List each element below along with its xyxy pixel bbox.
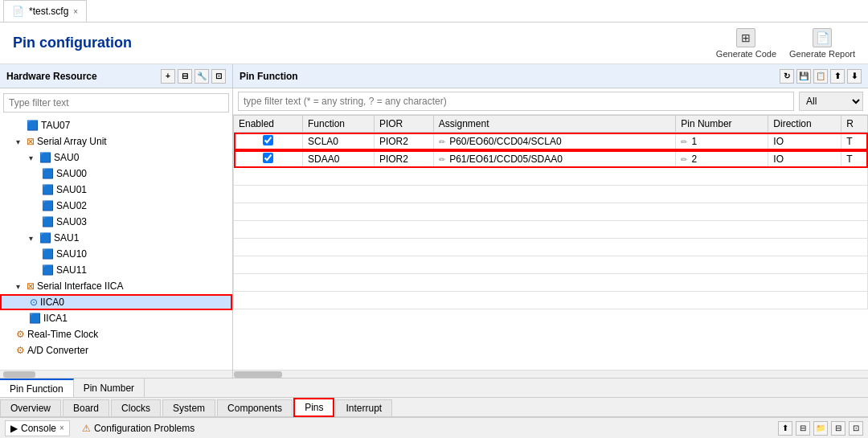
- generate-report-label: Generate Report: [789, 49, 855, 59]
- row1-pior: PIOR2: [374, 133, 433, 150]
- console-status[interactable]: ▶ Console ×: [5, 420, 70, 436]
- table-row[interactable]: SCLA0 PIOR2 ✏ P60/EO60/CCD04/SCLA0 ✏ 1 I…: [234, 133, 868, 150]
- sau11-label: SAU11: [56, 264, 87, 276]
- page-title: Pin configuration: [13, 35, 132, 51]
- filter-select[interactable]: All Enabled Disabled: [799, 92, 863, 111]
- status-actions: ⬆ ⊟ 📁 ⊟ ⊡: [778, 421, 863, 436]
- col-assignment: Assignment: [433, 116, 675, 133]
- tree-node-sau1[interactable]: ▾ 🟦 SAU1: [0, 230, 232, 246]
- tab-clocks[interactable]: Clocks: [111, 399, 161, 416]
- save-button[interactable]: 💾: [796, 69, 811, 84]
- remove-button[interactable]: ⊟: [178, 69, 192, 84]
- tree-node-sau10[interactable]: 🟦 SAU10: [0, 246, 232, 262]
- sau02-label: SAU02: [56, 200, 87, 211]
- left-filter-input[interactable]: [3, 93, 229, 113]
- sau00-icon: 🟦: [42, 168, 54, 179]
- status-btn-5[interactable]: ⊡: [849, 421, 863, 436]
- pin-function-table-container: Enabled Function PIOR Assignment Pin Num…: [233, 115, 868, 370]
- table-row-empty: [234, 186, 868, 203]
- right-panel: Pin Function ↻ 💾 📋 ⬆ ⬇ All Enabled Disab…: [233, 64, 868, 378]
- down-button[interactable]: ⬇: [847, 69, 862, 84]
- tree-node-tau07[interactable]: 🟦 TAU07: [0, 117, 232, 133]
- row2-enabled[interactable]: [234, 150, 303, 168]
- rtc-icon: ⚙: [16, 329, 25, 340]
- tree-node-sau11[interactable]: 🟦 SAU11: [0, 262, 232, 278]
- tab-overview[interactable]: Overview: [0, 399, 61, 416]
- row1-enabled[interactable]: [234, 133, 303, 150]
- scrollbar-thumb[interactable]: [234, 371, 282, 378]
- file-tab[interactable]: 📄 *test.scfg ×: [3, 0, 87, 22]
- tree-node-iica1[interactable]: 🟦 IICA1: [0, 310, 232, 326]
- tree-node-sau00[interactable]: 🟦 SAU00: [0, 166, 232, 182]
- table-row-empty: [234, 292, 868, 309]
- refresh-button[interactable]: ↻: [780, 69, 794, 84]
- sau02-icon: 🟦: [42, 200, 54, 211]
- generate-code-label: Generate Code: [716, 49, 776, 59]
- right-scrollbar-h[interactable]: [233, 370, 868, 378]
- row2-assignment: ✏ P61/EO61/CCD05/SDAA0: [433, 150, 675, 168]
- status-btn-1[interactable]: ⬆: [778, 421, 792, 436]
- row1-assignment: ✏ P60/EO60/CCD04/SCLA0: [433, 133, 675, 150]
- col-enabled: Enabled: [234, 116, 303, 133]
- sau11-icon: 🟦: [42, 264, 54, 276]
- tree-node-serial-iica[interactable]: ▾ ⊠ Serial Interface IICA: [0, 278, 232, 294]
- tree-node-sau02[interactable]: 🟦 SAU02: [0, 198, 232, 214]
- tau07-label: TAU07: [41, 120, 70, 131]
- header-actions: ⊞ Generate Code 📄 Generate Report: [716, 28, 855, 59]
- up-button[interactable]: ⬆: [830, 69, 845, 84]
- status-btn-4[interactable]: ⊟: [831, 421, 845, 436]
- tree-node-serial-array-unit[interactable]: ▾ ⊠ Serial Array Unit: [0, 133, 232, 149]
- more-button[interactable]: ⊡: [211, 69, 226, 84]
- status-btn-2[interactable]: ⊟: [796, 421, 810, 436]
- sau03-label: SAU03: [56, 216, 87, 227]
- row1-r: T: [841, 133, 868, 150]
- copy-button[interactable]: 📋: [813, 69, 828, 84]
- row1-checkbox[interactable]: [263, 135, 273, 145]
- tab-components[interactable]: Components: [217, 399, 293, 416]
- config-problems-icon: ⚠: [82, 423, 91, 434]
- serial-iica-icon: ⊠: [27, 280, 35, 292]
- tree-node-sau0[interactable]: ▾ 🟦 SAU0: [0, 149, 232, 166]
- hardware-tree: 🟦 TAU07 ▾ ⊠ Serial Array Unit ▾ 🟦 SAU0 🟦…: [0, 117, 232, 370]
- sau1-label: SAU1: [54, 232, 79, 244]
- tab-interrupt[interactable]: Interrupt: [335, 399, 392, 416]
- tree-node-adc[interactable]: ⚙ A/D Converter: [0, 342, 232, 358]
- tab-pin-function[interactable]: Pin Function: [0, 379, 74, 397]
- row2-function: SDAA0: [302, 150, 374, 168]
- tree-node-sau03[interactable]: 🟦 SAU03: [0, 214, 232, 230]
- sau03-icon: 🟦: [42, 216, 54, 227]
- row2-r: T: [841, 150, 868, 168]
- config-button[interactable]: 🔧: [194, 69, 209, 84]
- iica1-icon: 🟦: [29, 313, 41, 324]
- tab-close-button[interactable]: ×: [73, 7, 78, 16]
- tab-system[interactable]: System: [162, 399, 215, 416]
- col-direction: Direction: [768, 116, 841, 133]
- status-bar: ▶ Console × ⚠ Configuration Problems ⬆ ⊟…: [0, 417, 868, 438]
- tab-board[interactable]: Board: [63, 399, 109, 416]
- right-filter-input[interactable]: [238, 92, 794, 111]
- table-row[interactable]: SDAA0 PIOR2 ✏ P61/EO61/CCD05/SDAA0 ✏ 2 I…: [234, 150, 868, 168]
- tree-node-rtc[interactable]: ⚙ Real-Time Clock: [0, 326, 232, 342]
- config-problems-label: Configuration Problems: [94, 423, 194, 434]
- serial-iica-label: Serial Interface IICA: [37, 280, 123, 292]
- tab-label: *test.scfg: [29, 6, 68, 17]
- tab-pin-number[interactable]: Pin Number: [74, 379, 145, 397]
- sau0-icon: 🟦: [39, 152, 51, 163]
- serial-array-unit-label: Serial Array Unit: [37, 136, 107, 147]
- row2-checkbox[interactable]: [263, 153, 273, 163]
- generate-report-button[interactable]: 📄 Generate Report: [789, 28, 855, 59]
- add-button[interactable]: +: [161, 69, 175, 84]
- hardware-resource-title: Hardware Resource: [6, 71, 97, 82]
- pin-function-table: Enabled Function PIOR Assignment Pin Num…: [233, 115, 868, 309]
- tree-node-iica0[interactable]: ⊙ IICA0: [0, 294, 232, 310]
- iica0-label: IICA0: [40, 297, 64, 308]
- generate-code-button[interactable]: ⊞ Generate Code: [716, 28, 776, 59]
- config-problems-status[interactable]: ⚠ Configuration Problems: [76, 420, 200, 436]
- console-close-button[interactable]: ×: [59, 424, 64, 432]
- tab-pins[interactable]: Pins: [294, 399, 334, 416]
- tree-node-sau01[interactable]: 🟦 SAU01: [0, 182, 232, 198]
- table-row-empty: [234, 274, 868, 292]
- status-btn-3[interactable]: 📁: [813, 421, 828, 436]
- row1-pin-number: ✏ 1: [676, 133, 768, 150]
- sau0-label: SAU0: [54, 152, 79, 163]
